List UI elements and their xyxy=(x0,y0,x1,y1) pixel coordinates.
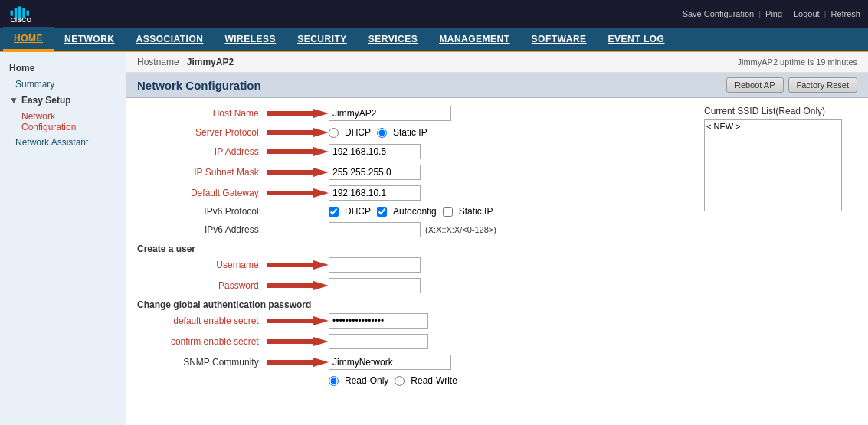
snmp-row: SNMP Community: xyxy=(137,355,689,370)
default-enable-input[interactable] xyxy=(329,313,428,329)
hostname-display: Hostname JimmyAP2 xyxy=(137,57,234,67)
static-ip-radio[interactable] xyxy=(377,128,387,138)
ipv6-autoconfig-label: Autoconfig xyxy=(393,206,437,217)
server-protocol-row: Server Protocol: DHCP Static IP xyxy=(137,126,689,139)
save-config-link[interactable]: Save Configuration xyxy=(683,9,755,18)
read-write-label: Read-Write xyxy=(411,375,457,386)
default-enable-arrow xyxy=(267,315,329,327)
cisco-logo: CISCO xyxy=(8,3,61,25)
confirm-enable-label: confirm enable secret: xyxy=(137,336,267,347)
ssid-entry: < NEW > xyxy=(706,122,840,131)
username-input[interactable] xyxy=(329,257,421,273)
ipv6-protocol-row: IPv6 Protocol: DHCP Autoconfig Static IP xyxy=(137,206,689,217)
subnet-mask-label: IP Subnet Mask: xyxy=(137,167,267,178)
nav-software[interactable]: SOFTWARE xyxy=(521,27,598,51)
confirm-enable-input[interactable] xyxy=(329,334,428,349)
ipv6-address-row: IPv6 Address: (X:X::X:X/<0-128>) xyxy=(137,222,689,237)
sidebar-easy-setup[interactable]: ▼ Easy Setup xyxy=(0,92,126,109)
snmp-arrow xyxy=(267,356,329,368)
sidebar-network-config[interactable]: NetworkConfiguration xyxy=(6,109,126,135)
snmp-label: SNMP Community: xyxy=(137,357,267,368)
subnet-mask-row: IP Subnet Mask: xyxy=(137,165,689,180)
section-header: Network Configuration Reboot AP Factory … xyxy=(126,73,868,98)
server-protocol-arrow xyxy=(267,126,329,139)
header-buttons: Reboot AP Factory Reset xyxy=(726,77,857,93)
nav-event-log[interactable]: EVENT LOG xyxy=(598,27,676,51)
svg-marker-15 xyxy=(267,358,329,367)
form-left: Host Name: Server Protocol: DHCP xyxy=(137,106,689,391)
nav-association[interactable]: ASSOCIATION xyxy=(126,27,215,51)
ipv6-address-input[interactable] xyxy=(329,222,421,237)
svg-marker-8 xyxy=(267,147,329,156)
ip-address-label: IP Address: xyxy=(137,146,267,157)
sidebar: Home Summary ▼ Easy Setup NetworkConfigu… xyxy=(0,52,126,425)
svg-marker-6 xyxy=(267,109,329,118)
nav-wireless[interactable]: WIRELESS xyxy=(214,27,287,51)
read-only-label: Read-Only xyxy=(345,375,388,386)
read-write-radio[interactable] xyxy=(395,376,405,386)
svg-marker-7 xyxy=(267,128,329,137)
subnet-mask-input[interactable] xyxy=(329,165,421,180)
svg-rect-4 xyxy=(27,11,30,16)
svg-marker-13 xyxy=(267,316,329,325)
ip-address-row: IP Address: xyxy=(137,144,689,159)
ipv6-address-label: IPv6 Address: xyxy=(137,224,267,235)
ping-link[interactable]: Ping xyxy=(765,9,782,18)
form-right: Current SSID List(Read Only) < NEW > xyxy=(704,106,857,391)
svg-marker-11 xyxy=(267,260,329,270)
refresh-link[interactable]: Refresh xyxy=(830,9,860,18)
sidebar-network-assistant[interactable]: Network Assistant xyxy=(0,135,126,150)
svg-rect-0 xyxy=(11,11,14,16)
svg-marker-14 xyxy=(267,337,329,346)
ipv6-protocol-label: IPv6 Protocol: xyxy=(137,206,267,217)
uptime-display: JimmyAP2 uptime is 19 minutes xyxy=(738,57,858,67)
expand-arrow: ▼ xyxy=(9,95,18,106)
svg-marker-10 xyxy=(267,188,329,198)
nav-home[interactable]: HOME xyxy=(3,27,54,51)
static-ip-label: Static IP xyxy=(393,127,427,138)
nav-network[interactable]: NETWORK xyxy=(54,27,126,51)
dhcp-radio[interactable] xyxy=(329,128,339,138)
host-name-label: Host Name: xyxy=(137,108,267,119)
nav-services[interactable]: SERVICES xyxy=(358,27,428,51)
snmp-access-options: Read-Only Read-Write xyxy=(329,375,457,386)
svg-marker-9 xyxy=(267,168,329,177)
svg-text:CISCO: CISCO xyxy=(11,16,32,24)
dhcp-label: DHCP xyxy=(345,127,371,138)
host-name-input[interactable] xyxy=(329,106,451,121)
topbar-links: Save Configuration | Ping | Logout | Ref… xyxy=(683,9,860,18)
ipv6-autoconfig-checkbox[interactable] xyxy=(377,207,387,217)
ipv6-protocol-options: DHCP Autoconfig Static IP xyxy=(329,206,493,217)
sidebar-summary[interactable]: Summary xyxy=(0,77,126,92)
ipv6-dhcp-checkbox[interactable] xyxy=(329,207,339,217)
confirm-enable-row: confirm enable secret: xyxy=(137,334,689,349)
ipv6-dhcp-label: DHCP xyxy=(345,206,371,217)
default-gateway-input[interactable] xyxy=(329,185,421,201)
svg-marker-12 xyxy=(267,281,329,290)
ssid-list: < NEW > xyxy=(704,119,842,211)
sidebar-group: NetworkConfiguration xyxy=(0,109,126,135)
host-name-arrow xyxy=(267,107,329,119)
default-gateway-arrow xyxy=(267,187,329,199)
read-only-radio[interactable] xyxy=(329,376,339,386)
hostname-value: JimmyAP2 xyxy=(187,57,234,67)
navbar: HOME NETWORK ASSOCIATION WIRELESS SECURI… xyxy=(0,28,868,52)
page-layout: Home Summary ▼ Easy Setup NetworkConfigu… xyxy=(0,52,868,425)
logout-link[interactable]: Logout xyxy=(794,9,820,18)
snmp-input[interactable] xyxy=(329,355,451,370)
ipv6-hint: (X:X::X:X/<0-128>) xyxy=(425,225,496,234)
nav-security[interactable]: SECURITY xyxy=(287,27,358,51)
nav-management[interactable]: MANAGEMENT xyxy=(428,27,520,51)
default-gateway-row: Default Gateway: xyxy=(137,185,689,201)
ssid-title: Current SSID List(Read Only) xyxy=(704,106,857,116)
ip-address-input[interactable] xyxy=(329,144,421,159)
server-protocol-label: Server Protocol: xyxy=(137,127,267,138)
host-name-row: Host Name: xyxy=(137,106,689,121)
username-arrow xyxy=(267,259,329,271)
reboot-ap-button[interactable]: Reboot AP xyxy=(726,77,784,93)
password-input[interactable] xyxy=(329,278,421,293)
sidebar-home-title: Home xyxy=(0,58,126,77)
factory-reset-button[interactable]: Factory Reset xyxy=(788,77,857,93)
ipv6-static-ip-checkbox[interactable] xyxy=(443,207,453,217)
ip-address-arrow xyxy=(267,145,329,158)
